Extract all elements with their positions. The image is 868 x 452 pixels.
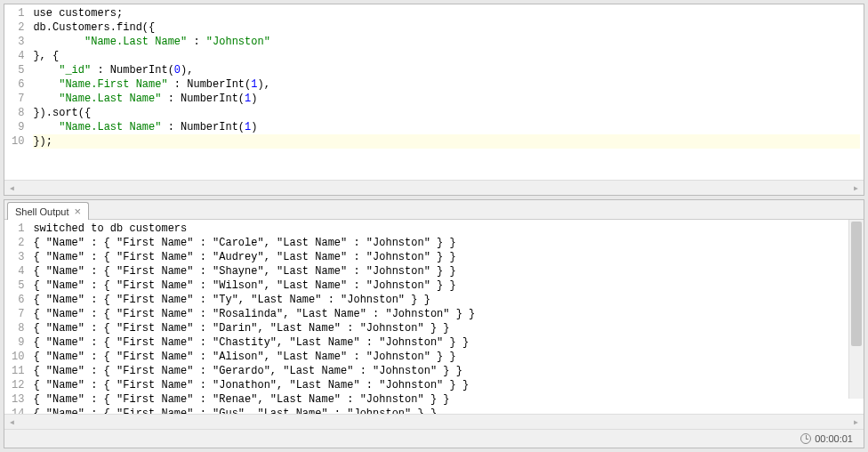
output-line: { "Name" : { "First Name" : "Jonathon", … [33,378,860,392]
output-area[interactable]: 1234567891011121314 switched to db custo… [4,220,864,414]
tab-label: Shell Output [15,206,69,217]
code-editor-panel: 12345678910 use customers;db.Customers.f… [4,4,864,196]
output-line: { "Name" : { "First Name" : "Audrey", "L… [33,250,860,264]
output-line: { "Name" : { "First Name" : "Gus", "Last… [33,407,860,414]
code-line[interactable]: }).sort({ [33,106,860,120]
code-line[interactable]: "Name.Last Name" : NumberInt(1) [33,92,860,106]
output-line: { "Name" : { "First Name" : "Darin", "La… [33,321,860,335]
editor-h-scrollbar[interactable] [4,180,864,195]
output-tab-bar: Shell Output × [4,200,864,220]
output-line: { "Name" : { "First Name" : "Wilson", "L… [33,278,860,293]
code-editor[interactable]: 12345678910 use customers;db.Customers.f… [4,4,864,180]
output-v-scrollbar[interactable] [848,220,864,399]
code-line[interactable]: }); [33,134,860,149]
editor-gutter: 12345678910 [4,4,29,150]
output-line: { "Name" : { "First Name" : "Ty", "Last … [33,293,860,307]
output-line: { "Name" : { "First Name" : "Shayne", "L… [33,264,860,278]
output-line: { "Name" : { "First Name" : "Alison", "L… [33,350,860,364]
code-line[interactable]: }, { [33,49,860,63]
output-gutter: 1234567891011121314 [4,220,29,414]
tab-shell-output[interactable]: Shell Output × [7,202,89,220]
editor-lines[interactable]: use customers;db.Customers.find({ "Name.… [29,4,864,150]
output-h-scrollbar[interactable] [4,414,864,429]
status-bar: 00:00:01 [4,429,864,448]
output-panel: Shell Output × 1234567891011121314 switc… [4,199,864,448]
output-line: { "Name" : { "First Name" : "Carole", "L… [33,236,860,250]
code-line[interactable]: "_id" : NumberInt(0), [33,63,860,77]
elapsed-time: 00:00:01 [815,433,853,444]
clock-icon [800,433,811,444]
output-line: { "Name" : { "First Name" : "Gerardo", "… [33,364,860,378]
code-line[interactable]: "Name.Last Name" : NumberInt(1) [33,120,860,134]
output-line: switched to db customers [33,222,860,236]
output-lines: switched to db customers{ "Name" : { "Fi… [29,220,864,414]
output-line: { "Name" : { "First Name" : "Chastity", … [33,335,860,350]
code-line[interactable]: db.Customers.find({ [33,20,860,35]
scrollbar-thumb[interactable] [851,222,862,346]
output-line: { "Name" : { "First Name" : "Rosalinda",… [33,307,860,321]
code-line[interactable]: "Name.First Name" : NumberInt(1), [33,77,860,92]
code-line[interactable]: use customers; [33,6,860,20]
code-line[interactable]: "Name.Last Name" : "Johnston" [33,35,860,49]
output-line: { "Name" : { "First Name" : "Renae", "La… [33,392,860,407]
close-icon[interactable]: × [75,206,82,217]
